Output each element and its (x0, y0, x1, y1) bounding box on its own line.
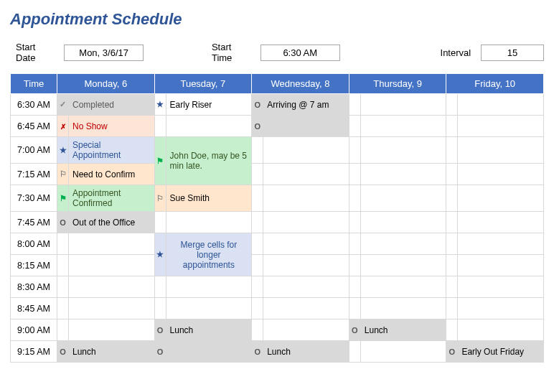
star-icon: ★ (154, 94, 166, 116)
appt-cell[interactable] (458, 276, 544, 298)
appt-cell[interactable] (263, 185, 349, 212)
appt-cell[interactable] (166, 212, 252, 233)
appt-cell[interactable]: Lunch (69, 341, 155, 363)
appt-cell[interactable]: Lunch (360, 319, 446, 341)
circle-icon: O (154, 341, 166, 363)
start-time-input[interactable]: 6:30 AM (260, 45, 340, 61)
appt-cell[interactable]: Sue Smith (166, 185, 252, 212)
appt-cell[interactable] (69, 319, 155, 341)
table-row: 6:30 AM ✓ Completed ★ Early Riser O Arri… (11, 94, 544, 116)
appt-cell[interactable] (458, 116, 544, 137)
appt-cell[interactable] (166, 276, 252, 298)
appt-cell[interactable] (360, 164, 446, 185)
appt-cell[interactable] (360, 212, 446, 233)
appt-cell[interactable] (69, 276, 155, 298)
appt-cell[interactable] (360, 276, 446, 298)
flag-icon: ⚐ (57, 164, 69, 185)
appt-cell[interactable]: Special Appointment (69, 137, 155, 164)
appt-cell[interactable] (458, 94, 544, 116)
appt-cell[interactable] (263, 276, 349, 298)
appt-cell[interactable]: Early Out Friday (458, 341, 544, 363)
appt-cell[interactable]: Arriving @ 7 am (263, 94, 349, 116)
appt-cell[interactable] (69, 298, 155, 319)
appt-cell[interactable] (69, 255, 155, 276)
appt-cell[interactable] (263, 212, 349, 233)
appt-cell[interactable]: No Show (69, 116, 155, 137)
col-time: Time (11, 74, 57, 94)
appt-cell[interactable] (458, 137, 544, 164)
table-row: 7:45 AM O Out of the Office (11, 212, 544, 233)
appt-cell[interactable]: Completed (69, 94, 155, 116)
check-icon: ✓ (57, 94, 69, 116)
circle-icon: O (252, 116, 263, 137)
start-time-label: Start Time (212, 42, 250, 63)
appt-cell[interactable] (458, 255, 544, 276)
appt-cell[interactable] (360, 94, 446, 116)
table-row: 9:00 AM O Lunch O Lunch (11, 319, 544, 341)
appt-cell[interactable]: Need to Confirm (69, 164, 155, 185)
appt-cell[interactable]: Lunch (263, 341, 349, 363)
schedule-table: Time Monday, 6 Tuesday, 7 Wednesday, 8 T… (10, 73, 544, 363)
circle-icon: O (349, 319, 360, 341)
interval-label: Interval (441, 47, 471, 58)
appt-cell[interactable] (458, 185, 544, 212)
appt-cell[interactable] (263, 116, 349, 137)
table-row: 8:30 AM (11, 276, 544, 298)
flag-icon: ⚐ (154, 185, 166, 212)
interval-input[interactable]: 15 (481, 45, 544, 61)
appt-cell[interactable] (458, 164, 544, 185)
appt-cell[interactable] (360, 137, 446, 164)
appt-cell[interactable] (458, 233, 544, 255)
time-cell: 8:00 AM (11, 233, 57, 255)
appt-cell[interactable] (263, 233, 349, 255)
appt-cell[interactable] (458, 212, 544, 233)
appt-cell[interactable] (458, 319, 544, 341)
time-cell: 6:30 AM (11, 94, 57, 116)
appt-cell[interactable] (166, 298, 252, 319)
appt-cell[interactable] (360, 116, 446, 137)
appt-cell[interactable] (166, 116, 252, 137)
time-cell: 8:30 AM (11, 276, 57, 298)
table-row: 7:15 AM ⚐ Need to Confirm (11, 164, 544, 185)
table-row: 7:30 AM ⚑ Appointment Confirmed ⚐ Sue Sm… (11, 185, 544, 212)
appt-cell[interactable]: Out of the Office (69, 212, 155, 233)
appt-cell[interactable] (263, 298, 349, 319)
table-row: 8:45 AM (11, 298, 544, 319)
appt-cell[interactable] (458, 298, 544, 319)
star-icon: ★ (57, 137, 69, 164)
appt-cell[interactable]: Lunch (166, 319, 252, 341)
time-cell: 9:00 AM (11, 319, 57, 341)
appt-cell[interactable] (360, 185, 446, 212)
col-monday: Monday, 6 (57, 74, 155, 94)
appt-cell[interactable]: John Doe, may be 5 min late. (166, 137, 252, 185)
x-icon: ✗ (57, 116, 69, 137)
appt-cell[interactable] (360, 341, 446, 363)
appt-cell[interactable] (69, 233, 155, 255)
page-title: Appointment Schedule (10, 10, 544, 29)
time-cell: 9:15 AM (11, 341, 57, 363)
appt-cell[interactable] (166, 341, 252, 363)
appt-cell[interactable]: Early Riser (166, 94, 252, 116)
col-friday: Friday, 10 (446, 74, 544, 94)
circle-icon: O (57, 341, 69, 363)
appt-cell[interactable] (263, 319, 349, 341)
appt-cell[interactable]: Appointment Confirmed (69, 185, 155, 212)
appt-cell[interactable]: Merge cells for longer appointments (166, 233, 252, 276)
col-thursday: Thursday, 9 (349, 74, 446, 94)
star-icon: ★ (154, 233, 166, 276)
appt-cell[interactable] (360, 298, 446, 319)
appt-cell[interactable] (263, 255, 349, 276)
circle-icon: O (252, 94, 263, 116)
time-cell: 7:30 AM (11, 185, 57, 212)
table-row: 8:15 AM (11, 255, 544, 276)
circle-icon: O (57, 212, 69, 233)
col-tuesday: Tuesday, 7 (154, 74, 252, 94)
appt-cell[interactable] (263, 164, 349, 185)
appt-cell[interactable] (360, 233, 446, 255)
start-date-label: Start Date (16, 42, 54, 63)
col-wednesday: Wednesday, 8 (252, 74, 349, 94)
appt-cell[interactable] (263, 137, 349, 164)
appt-cell[interactable] (360, 255, 446, 276)
time-cell: 6:45 AM (11, 116, 57, 137)
start-date-input[interactable]: Mon, 3/6/17 (64, 45, 144, 61)
